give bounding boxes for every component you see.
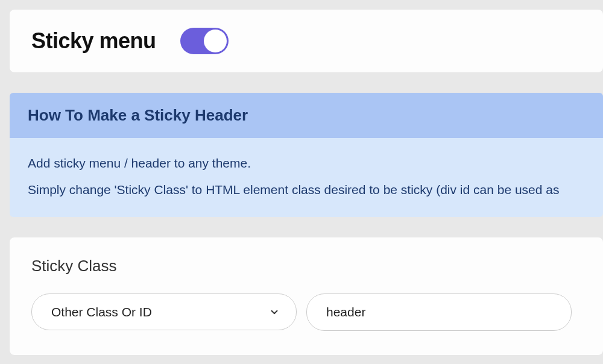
sticky-class-input[interactable] xyxy=(306,293,572,331)
info-line-2: Simply change 'Sticky Class' to HTML ele… xyxy=(28,180,585,199)
info-box: How To Make a Sticky Header Add sticky m… xyxy=(10,93,603,217)
page-title: Sticky menu xyxy=(31,28,156,54)
sticky-class-select[interactable]: Other Class Or ID xyxy=(31,293,297,330)
sticky-class-label: Sticky Class xyxy=(31,257,581,275)
sticky-menu-toggle[interactable] xyxy=(180,28,229,54)
info-line-1: Add sticky menu / header to any theme. xyxy=(28,154,585,173)
toggle-knob xyxy=(204,30,227,52)
info-title: How To Make a Sticky Header xyxy=(28,106,585,125)
info-body: Add sticky menu / header to any theme. S… xyxy=(10,138,603,217)
controls-row: Other Class Or ID xyxy=(31,293,581,331)
header-card: Sticky menu xyxy=(10,10,603,72)
info-header: How To Make a Sticky Header xyxy=(10,93,603,138)
sticky-class-select-wrapper: Other Class Or ID xyxy=(31,293,297,331)
sticky-class-card: Sticky Class Other Class Or ID xyxy=(10,237,603,355)
